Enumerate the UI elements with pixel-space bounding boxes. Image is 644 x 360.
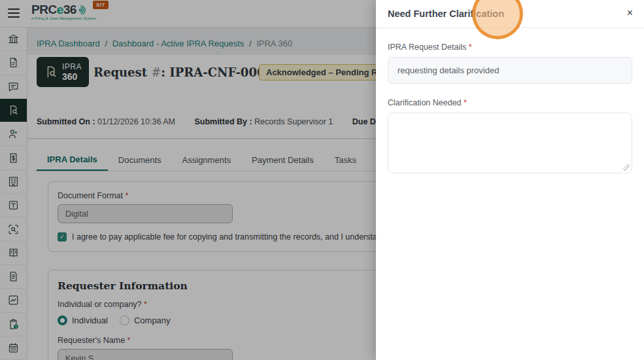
drawer-title: Need Further Clarification [388, 9, 504, 19]
ipra-request-details-input[interactable] [388, 57, 632, 84]
app-root: PRCe36 e-Filing & Case Management System… [0, 0, 644, 360]
drawer-body: IPRA Request Details * Clarification Nee… [376, 28, 644, 190]
close-icon[interactable]: × [627, 7, 633, 20]
drawer-header: Need Further Clarification × [376, 0, 644, 28]
clarification-needed-label: Clarification Needed * [388, 98, 632, 107]
ipra-request-details-label: IPRA Request Details * [388, 43, 632, 52]
need-further-clarification-drawer: Need Further Clarification × IPRA Reques… [376, 0, 644, 360]
clarification-needed-textarea[interactable] [388, 113, 632, 173]
